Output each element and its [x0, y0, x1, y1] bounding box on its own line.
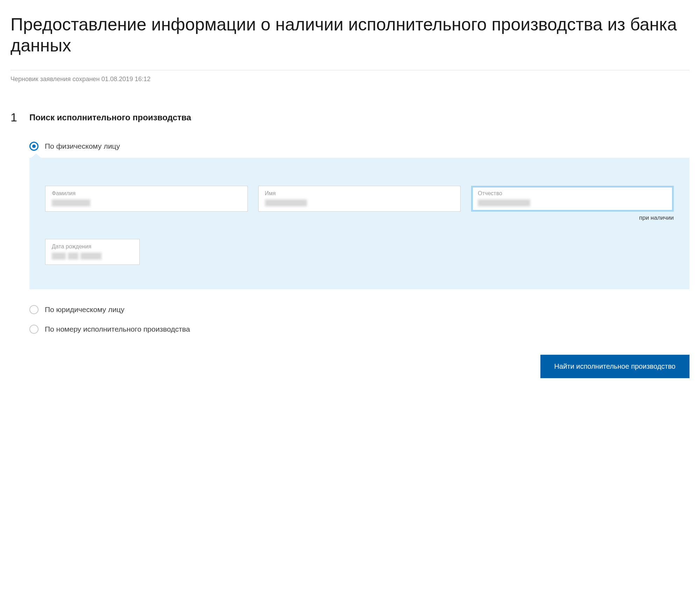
birthdate-field[interactable]: Дата рождения [45, 239, 140, 265]
radio-option-case-number[interactable]: По номеру исполнительного производства [29, 325, 690, 334]
divider [10, 70, 690, 70]
radio-checked-icon [29, 142, 38, 151]
patronymic-field[interactable]: Отчество при наличии [471, 186, 674, 221]
radio-option-individual[interactable]: По физическому лицу [29, 142, 690, 151]
form-row-birthdate: Дата рождения [45, 239, 674, 265]
radio-option-legal-entity[interactable]: По юридическому лицу [29, 305, 690, 314]
name-value [265, 199, 454, 206]
name-label: Имя [265, 190, 454, 197]
surname-label: Фамилия [52, 190, 241, 197]
form-row-names: Фамилия Имя [45, 186, 674, 221]
patronymic-hint: при наличии [471, 214, 674, 221]
radio-unchecked-icon [29, 305, 38, 314]
submit-button[interactable]: Найти исполнительное производство [540, 355, 690, 378]
radio-unchecked-icon [29, 325, 38, 334]
step-title: Поиск исполнительного производства [29, 113, 690, 122]
patronymic-value [478, 199, 667, 206]
surname-field[interactable]: Фамилия [45, 186, 248, 221]
name-field[interactable]: Имя [258, 186, 461, 221]
page-title: Предоставление информации о наличии испо… [10, 14, 690, 56]
submit-row: Найти исполнительное производство [29, 355, 690, 378]
form-panel: Фамилия Имя [29, 158, 690, 289]
radio-label-individual: По физическому лицу [45, 142, 120, 150]
birthdate-value [52, 253, 133, 260]
step-content: Поиск исполнительного производства По фи… [29, 113, 690, 378]
patronymic-label: Отчество [478, 190, 667, 197]
radio-label-case-number: По номеру исполнительного производства [45, 325, 190, 333]
radio-group: По физическому лицу Фамилия И [29, 142, 690, 344]
surname-value [52, 199, 241, 206]
birthdate-label: Дата рождения [52, 243, 133, 250]
step-number: 1 [10, 111, 17, 123]
step-container: 1 Поиск исполнительного производства По … [10, 113, 690, 378]
draft-status: Черновик заявления сохранен 01.08.2019 1… [10, 76, 690, 83]
radio-label-legal-entity: По юридическому лицу [45, 305, 125, 314]
